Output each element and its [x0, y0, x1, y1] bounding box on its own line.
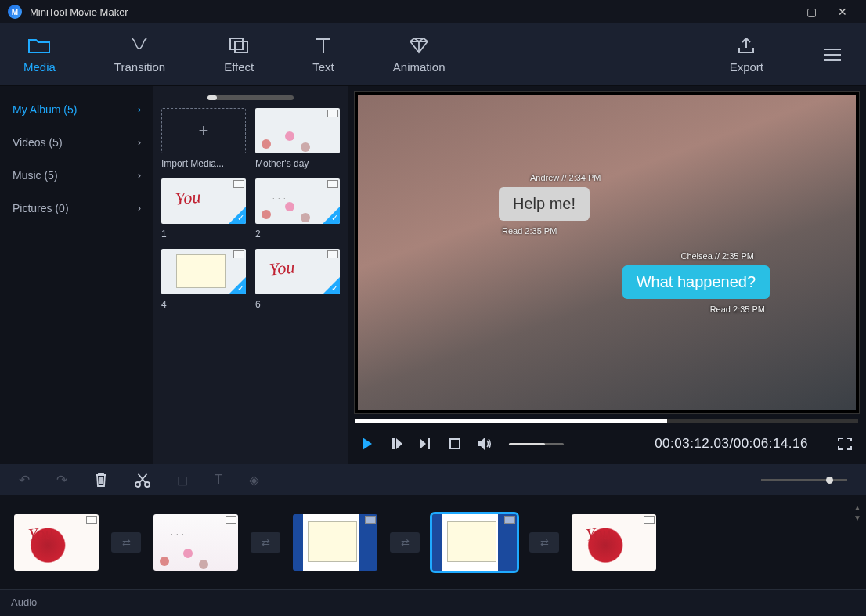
chat-read: Read 2:35 PM [502, 226, 557, 236]
tab-effect[interactable]: Effect [224, 35, 254, 74]
media-item[interactable]: 6 [255, 249, 340, 310]
aspect-icon [233, 250, 244, 258]
sidebar-item-my-album[interactable]: My Album (5) › [8, 97, 146, 122]
check-icon [229, 207, 246, 224]
app-logo-icon: M [8, 5, 22, 19]
media-item[interactable]: Mother's day [255, 108, 340, 169]
svg-rect-2 [450, 439, 460, 448]
timeline-clip-selected[interactable] [432, 514, 517, 571]
scroll-down-icon[interactable]: ▼ [853, 513, 861, 522]
timeline-zoom-slider[interactable] [761, 479, 847, 481]
delete-button[interactable] [94, 472, 108, 488]
chat-read: Read 2:35 PM [710, 304, 765, 314]
timeline-clip[interactable] [14, 514, 99, 571]
check-icon [323, 277, 340, 294]
preview-video[interactable]: Andrew // 2:34 PM Help me! Read 2:35 PM … [354, 91, 860, 414]
volume-slider[interactable] [509, 443, 564, 445]
folder-icon [28, 35, 50, 56]
aspect-icon [327, 110, 338, 117]
close-button[interactable]: ✕ [827, 5, 858, 18]
stop-button[interactable] [449, 438, 460, 449]
undo-button[interactable]: ↶ [19, 472, 30, 488]
plus-icon: + [161, 108, 246, 153]
chevron-right-icon: › [138, 203, 141, 214]
play-button[interactable] [362, 438, 373, 450]
effect-tool-button[interactable]: ◈ [249, 472, 259, 488]
import-media-button[interactable]: + Import Media... [161, 108, 246, 169]
sidebar-item-music[interactable]: Music (5) › [8, 163, 146, 188]
timeline-vertical-scroll[interactable]: ▲ ▼ [853, 503, 861, 522]
timeline[interactable]: ⇄ ⇄ ⇄ ⇄ ▲ ▼ [0, 495, 866, 589]
app-title: MiniTool Movie Maker [30, 6, 128, 18]
horizontal-scrollbar[interactable] [207, 95, 294, 100]
timeline-clip[interactable] [293, 514, 377, 571]
svg-rect-0 [230, 38, 243, 49]
main-area: My Album (5) › Videos (5) › Music (5) › … [0, 86, 866, 464]
text-tool-button[interactable]: T [215, 472, 222, 488]
chat-meta: Chelsea // 2:35 PM [680, 251, 754, 261]
aspect-icon [327, 250, 338, 258]
volume-button[interactable] [478, 438, 492, 450]
aspect-icon [233, 180, 244, 188]
app-root: M MiniTool Movie Maker — ▢ ✕ Media Trans… [0, 0, 866, 616]
media-item[interactable]: 4 [161, 249, 246, 310]
media-item[interactable]: 1 [161, 178, 246, 240]
main-tabs: Media Transition Effect Text Animation [0, 23, 866, 86]
transition-slot[interactable]: ⇄ [251, 532, 280, 553]
hamburger-menu-button[interactable] [822, 47, 843, 63]
transition-slot[interactable]: ⇄ [390, 532, 420, 553]
transition-slot[interactable]: ⇄ [529, 532, 559, 553]
text-icon [314, 35, 333, 56]
audio-track[interactable]: Audio [0, 589, 866, 616]
timeline-clip[interactable] [153, 514, 238, 571]
export-icon [737, 35, 756, 56]
sidebar-item-videos[interactable]: Videos (5) › [8, 130, 146, 155]
media-item[interactable]: 2 [255, 178, 340, 240]
svg-rect-1 [235, 41, 247, 52]
aspect-icon [327, 180, 338, 188]
preview-panel: Andrew // 2:34 PM Help me! Read 2:35 PM … [348, 86, 866, 464]
diamond-icon [407, 35, 431, 56]
redo-button[interactable]: ↷ [56, 472, 67, 488]
crop-button[interactable]: ◻ [177, 472, 188, 488]
media-panel: + Import Media... Mother's day 1 2 [153, 86, 348, 464]
chevron-right-icon: › [138, 104, 141, 115]
tab-animation[interactable]: Animation [393, 35, 446, 74]
playback-progress[interactable] [355, 419, 858, 423]
next-frame-button[interactable] [420, 438, 432, 449]
chevron-right-icon: › [138, 137, 141, 148]
maximize-button[interactable]: ▢ [796, 5, 827, 18]
check-icon [323, 207, 340, 224]
prev-frame-button[interactable] [390, 438, 402, 449]
titlebar: M MiniTool Movie Maker — ▢ ✕ [0, 0, 866, 23]
scroll-up-icon[interactable]: ▲ [853, 503, 861, 512]
export-button[interactable]: Export [730, 35, 763, 74]
timeline-clip[interactable] [572, 514, 656, 571]
chat-bubble: What happened? [622, 265, 770, 299]
timecode: 00:03:12.03/00:06:14.16 [655, 436, 808, 452]
tab-text[interactable]: Text [312, 35, 334, 74]
effect-icon [229, 35, 249, 56]
transition-icon [129, 35, 151, 56]
sidebar: My Album (5) › Videos (5) › Music (5) › … [0, 86, 153, 464]
check-icon [229, 277, 246, 294]
transition-slot[interactable]: ⇄ [111, 532, 141, 553]
tab-transition[interactable]: Transition [114, 35, 165, 74]
tab-media[interactable]: Media [23, 35, 56, 74]
playback-controls: 00:03:12.03/00:06:14.16 [354, 428, 860, 459]
chevron-right-icon: › [138, 170, 141, 181]
minimize-button[interactable]: — [764, 5, 796, 18]
chat-meta: Andrew // 2:34 PM [530, 173, 601, 182]
split-button[interactable] [135, 472, 150, 488]
edit-toolbar: ↶ ↷ ◻ T ◈ [0, 464, 866, 495]
chat-bubble: Help me! [499, 187, 590, 221]
sidebar-item-pictures[interactable]: Pictures (0) › [8, 196, 146, 221]
fullscreen-button[interactable] [838, 438, 852, 450]
